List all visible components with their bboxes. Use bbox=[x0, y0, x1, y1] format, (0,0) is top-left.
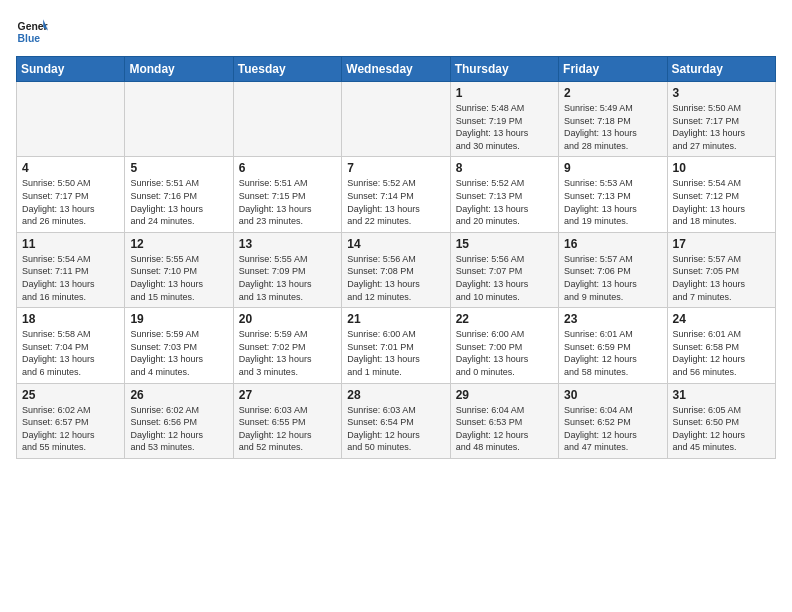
day-number: 16 bbox=[564, 237, 661, 251]
calendar-cell: 12Sunrise: 5:55 AM Sunset: 7:10 PM Dayli… bbox=[125, 232, 233, 307]
cell-info: Sunrise: 5:48 AM Sunset: 7:19 PM Dayligh… bbox=[456, 102, 553, 152]
calendar-cell: 5Sunrise: 5:51 AM Sunset: 7:16 PM Daylig… bbox=[125, 157, 233, 232]
cell-info: Sunrise: 5:58 AM Sunset: 7:04 PM Dayligh… bbox=[22, 328, 119, 378]
day-number: 1 bbox=[456, 86, 553, 100]
calendar-cell bbox=[342, 82, 450, 157]
day-number: 29 bbox=[456, 388, 553, 402]
cell-info: Sunrise: 6:03 AM Sunset: 6:54 PM Dayligh… bbox=[347, 404, 444, 454]
cell-info: Sunrise: 6:02 AM Sunset: 6:56 PM Dayligh… bbox=[130, 404, 227, 454]
cell-info: Sunrise: 6:05 AM Sunset: 6:50 PM Dayligh… bbox=[673, 404, 770, 454]
cell-info: Sunrise: 5:52 AM Sunset: 7:14 PM Dayligh… bbox=[347, 177, 444, 227]
weekday-header-thursday: Thursday bbox=[450, 57, 558, 82]
day-number: 31 bbox=[673, 388, 770, 402]
calendar-cell: 30Sunrise: 6:04 AM Sunset: 6:52 PM Dayli… bbox=[559, 383, 667, 458]
weekday-header-row: SundayMondayTuesdayWednesdayThursdayFrid… bbox=[17, 57, 776, 82]
day-number: 3 bbox=[673, 86, 770, 100]
calendar-cell: 14Sunrise: 5:56 AM Sunset: 7:08 PM Dayli… bbox=[342, 232, 450, 307]
calendar-week-1: 1Sunrise: 5:48 AM Sunset: 7:19 PM Daylig… bbox=[17, 82, 776, 157]
calendar-cell: 24Sunrise: 6:01 AM Sunset: 6:58 PM Dayli… bbox=[667, 308, 775, 383]
calendar-cell: 16Sunrise: 5:57 AM Sunset: 7:06 PM Dayli… bbox=[559, 232, 667, 307]
day-number: 12 bbox=[130, 237, 227, 251]
calendar-cell: 19Sunrise: 5:59 AM Sunset: 7:03 PM Dayli… bbox=[125, 308, 233, 383]
day-number: 9 bbox=[564, 161, 661, 175]
weekday-header-tuesday: Tuesday bbox=[233, 57, 341, 82]
day-number: 25 bbox=[22, 388, 119, 402]
calendar-week-2: 4Sunrise: 5:50 AM Sunset: 7:17 PM Daylig… bbox=[17, 157, 776, 232]
weekday-header-saturday: Saturday bbox=[667, 57, 775, 82]
cell-info: Sunrise: 5:55 AM Sunset: 7:10 PM Dayligh… bbox=[130, 253, 227, 303]
cell-info: Sunrise: 5:53 AM Sunset: 7:13 PM Dayligh… bbox=[564, 177, 661, 227]
cell-info: Sunrise: 5:52 AM Sunset: 7:13 PM Dayligh… bbox=[456, 177, 553, 227]
cell-info: Sunrise: 5:59 AM Sunset: 7:03 PM Dayligh… bbox=[130, 328, 227, 378]
calendar-cell: 7Sunrise: 5:52 AM Sunset: 7:14 PM Daylig… bbox=[342, 157, 450, 232]
day-number: 23 bbox=[564, 312, 661, 326]
calendar-cell: 18Sunrise: 5:58 AM Sunset: 7:04 PM Dayli… bbox=[17, 308, 125, 383]
cell-info: Sunrise: 5:51 AM Sunset: 7:16 PM Dayligh… bbox=[130, 177, 227, 227]
day-number: 22 bbox=[456, 312, 553, 326]
calendar-cell: 11Sunrise: 5:54 AM Sunset: 7:11 PM Dayli… bbox=[17, 232, 125, 307]
calendar-cell: 21Sunrise: 6:00 AM Sunset: 7:01 PM Dayli… bbox=[342, 308, 450, 383]
cell-info: Sunrise: 5:55 AM Sunset: 7:09 PM Dayligh… bbox=[239, 253, 336, 303]
calendar-cell bbox=[233, 82, 341, 157]
day-number: 10 bbox=[673, 161, 770, 175]
calendar-cell: 15Sunrise: 5:56 AM Sunset: 7:07 PM Dayli… bbox=[450, 232, 558, 307]
weekday-header-friday: Friday bbox=[559, 57, 667, 82]
calendar-week-5: 25Sunrise: 6:02 AM Sunset: 6:57 PM Dayli… bbox=[17, 383, 776, 458]
day-number: 2 bbox=[564, 86, 661, 100]
day-number: 8 bbox=[456, 161, 553, 175]
day-number: 15 bbox=[456, 237, 553, 251]
calendar-cell: 9Sunrise: 5:53 AM Sunset: 7:13 PM Daylig… bbox=[559, 157, 667, 232]
calendar-cell: 8Sunrise: 5:52 AM Sunset: 7:13 PM Daylig… bbox=[450, 157, 558, 232]
day-number: 4 bbox=[22, 161, 119, 175]
cell-info: Sunrise: 6:00 AM Sunset: 7:00 PM Dayligh… bbox=[456, 328, 553, 378]
cell-info: Sunrise: 5:49 AM Sunset: 7:18 PM Dayligh… bbox=[564, 102, 661, 152]
day-number: 13 bbox=[239, 237, 336, 251]
calendar-cell: 22Sunrise: 6:00 AM Sunset: 7:00 PM Dayli… bbox=[450, 308, 558, 383]
calendar-table: SundayMondayTuesdayWednesdayThursdayFrid… bbox=[16, 56, 776, 459]
cell-info: Sunrise: 5:59 AM Sunset: 7:02 PM Dayligh… bbox=[239, 328, 336, 378]
day-number: 21 bbox=[347, 312, 444, 326]
day-number: 19 bbox=[130, 312, 227, 326]
cell-info: Sunrise: 6:01 AM Sunset: 6:59 PM Dayligh… bbox=[564, 328, 661, 378]
day-number: 17 bbox=[673, 237, 770, 251]
cell-info: Sunrise: 6:02 AM Sunset: 6:57 PM Dayligh… bbox=[22, 404, 119, 454]
day-number: 28 bbox=[347, 388, 444, 402]
calendar-cell: 26Sunrise: 6:02 AM Sunset: 6:56 PM Dayli… bbox=[125, 383, 233, 458]
calendar-cell: 1Sunrise: 5:48 AM Sunset: 7:19 PM Daylig… bbox=[450, 82, 558, 157]
logo: General Blue bbox=[16, 16, 48, 48]
calendar-cell: 20Sunrise: 5:59 AM Sunset: 7:02 PM Dayli… bbox=[233, 308, 341, 383]
svg-text:Blue: Blue bbox=[18, 33, 41, 44]
cell-info: Sunrise: 5:57 AM Sunset: 7:05 PM Dayligh… bbox=[673, 253, 770, 303]
cell-info: Sunrise: 5:51 AM Sunset: 7:15 PM Dayligh… bbox=[239, 177, 336, 227]
calendar-cell: 25Sunrise: 6:02 AM Sunset: 6:57 PM Dayli… bbox=[17, 383, 125, 458]
page-header: General Blue bbox=[16, 16, 776, 48]
cell-info: Sunrise: 6:04 AM Sunset: 6:52 PM Dayligh… bbox=[564, 404, 661, 454]
calendar-cell: 28Sunrise: 6:03 AM Sunset: 6:54 PM Dayli… bbox=[342, 383, 450, 458]
weekday-header-sunday: Sunday bbox=[17, 57, 125, 82]
day-number: 11 bbox=[22, 237, 119, 251]
calendar-cell: 17Sunrise: 5:57 AM Sunset: 7:05 PM Dayli… bbox=[667, 232, 775, 307]
calendar-cell: 3Sunrise: 5:50 AM Sunset: 7:17 PM Daylig… bbox=[667, 82, 775, 157]
day-number: 6 bbox=[239, 161, 336, 175]
cell-info: Sunrise: 5:56 AM Sunset: 7:08 PM Dayligh… bbox=[347, 253, 444, 303]
calendar-week-4: 18Sunrise: 5:58 AM Sunset: 7:04 PM Dayli… bbox=[17, 308, 776, 383]
day-number: 20 bbox=[239, 312, 336, 326]
logo-icon: General Blue bbox=[16, 16, 48, 48]
cell-info: Sunrise: 5:50 AM Sunset: 7:17 PM Dayligh… bbox=[673, 102, 770, 152]
day-number: 7 bbox=[347, 161, 444, 175]
calendar-cell: 31Sunrise: 6:05 AM Sunset: 6:50 PM Dayli… bbox=[667, 383, 775, 458]
cell-info: Sunrise: 6:00 AM Sunset: 7:01 PM Dayligh… bbox=[347, 328, 444, 378]
calendar-cell: 13Sunrise: 5:55 AM Sunset: 7:09 PM Dayli… bbox=[233, 232, 341, 307]
calendar-cell: 6Sunrise: 5:51 AM Sunset: 7:15 PM Daylig… bbox=[233, 157, 341, 232]
calendar-cell bbox=[125, 82, 233, 157]
day-number: 5 bbox=[130, 161, 227, 175]
cell-info: Sunrise: 5:54 AM Sunset: 7:12 PM Dayligh… bbox=[673, 177, 770, 227]
cell-info: Sunrise: 5:56 AM Sunset: 7:07 PM Dayligh… bbox=[456, 253, 553, 303]
cell-info: Sunrise: 6:04 AM Sunset: 6:53 PM Dayligh… bbox=[456, 404, 553, 454]
day-number: 18 bbox=[22, 312, 119, 326]
weekday-header-wednesday: Wednesday bbox=[342, 57, 450, 82]
cell-info: Sunrise: 5:50 AM Sunset: 7:17 PM Dayligh… bbox=[22, 177, 119, 227]
day-number: 27 bbox=[239, 388, 336, 402]
cell-info: Sunrise: 6:03 AM Sunset: 6:55 PM Dayligh… bbox=[239, 404, 336, 454]
cell-info: Sunrise: 5:57 AM Sunset: 7:06 PM Dayligh… bbox=[564, 253, 661, 303]
